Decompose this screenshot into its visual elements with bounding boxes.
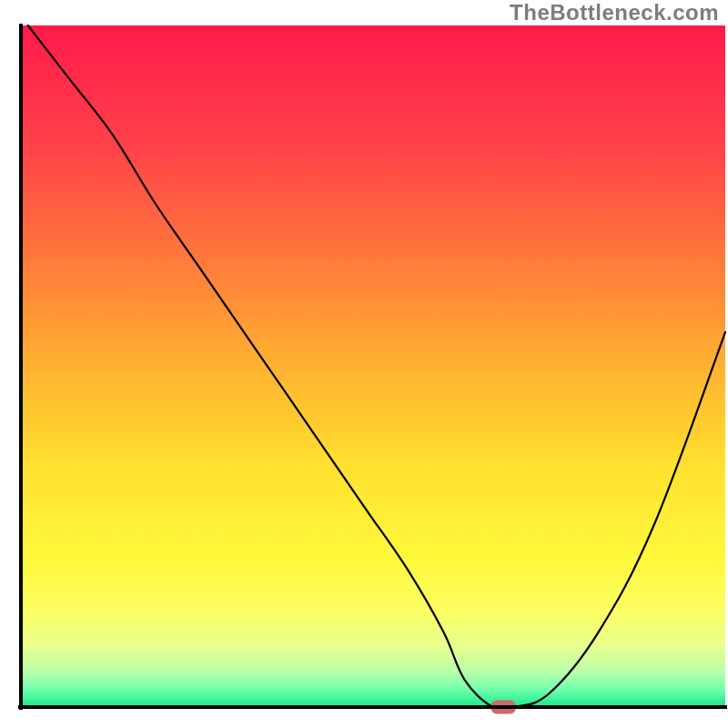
watermark-text: TheBottleneck.com	[510, 0, 719, 25]
gradient-background	[21, 25, 725, 707]
chart-container: { "watermark": "TheBottleneck.com", "cha…	[0, 0, 728, 728]
bottleneck-chart	[0, 0, 728, 728]
